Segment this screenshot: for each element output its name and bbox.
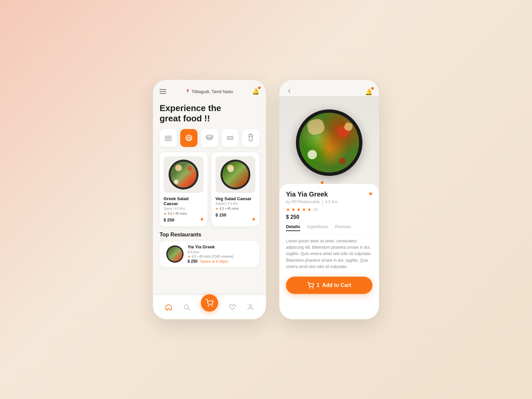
category-drink[interactable] <box>242 129 259 147</box>
cart-fab[interactable] <box>201 294 218 312</box>
category-sandwich[interactable] <box>201 129 218 147</box>
detail-tabs: Details Ingrediants Reviews <box>286 224 372 234</box>
detail-by: by RR Restaurants | 4.5 Km <box>286 200 372 204</box>
category-salad[interactable] <box>180 129 198 147</box>
hero-title: Experience the great food !! <box>160 103 259 124</box>
star-icon: ★ <box>164 212 167 215</box>
star-1: ★ <box>286 207 290 212</box>
location-wrapper: 📍 Titttagudi, Tamil Nadu <box>185 89 233 94</box>
pin-icon: 📍 <box>185 89 190 94</box>
tab-details[interactable]: Details <box>286 224 300 231</box>
food-card-name-greek: Greek Salad Caesar <box>164 196 203 206</box>
add-to-cart-label: Add to Cart <box>322 282 351 288</box>
rating-text-greek: 4.5 • 45 mins <box>168 212 187 215</box>
category-hotdog[interactable] <box>221 129 239 147</box>
top-restaurants-title: Top Restaurants <box>153 232 266 241</box>
restaurant-rating-text: 4.5 • 45 mins (2345 reviews) <box>192 255 233 258</box>
restaurant-rating-row: ★ 4.5 • 45 mins (2345 reviews) <box>188 255 253 258</box>
menu-button[interactable] <box>160 89 166 94</box>
screen-home: 📍 Titttagudi, Tamil Nadu 🔔 Experience th… <box>153 80 266 319</box>
back-button[interactable] <box>286 88 293 96</box>
hero-section: Experience the great food !! <box>153 99 266 129</box>
restaurant-opens: Opens at 9.30pm <box>200 259 228 263</box>
svg-point-8 <box>310 288 310 288</box>
detail-price: $ 250 <box>286 214 372 220</box>
nav-search[interactable] <box>183 304 190 311</box>
food-card-veg[interactable]: Veg Salad Caesar Sweet | 4.5 Km ★ 4.5 • … <box>211 152 259 226</box>
food-card-name-veg: Veg Salad Caesar <box>215 196 255 201</box>
star-3: ★ <box>297 207 301 212</box>
detail-notification-badge <box>371 87 374 90</box>
food-card-rating-greek: ★ 4.5 • 45 mins <box>164 212 203 215</box>
food-card-price-greek: $ 250 <box>164 217 203 222</box>
notification-button[interactable]: 🔔 <box>252 88 259 95</box>
favorite-button-veg[interactable]: ♥ <box>252 216 256 222</box>
restaurant-item[interactable]: Yia Yia Greek 4.5 Km ★ 4.5 • 45 mins (23… <box>160 241 259 267</box>
svg-line-4 <box>188 309 190 310</box>
restaurant-info: Yia Yia Greek 4.5 Km ★ 4.5 • 45 mins (23… <box>188 244 253 264</box>
cart-icon <box>307 282 314 289</box>
categories-row <box>153 129 266 152</box>
detail-header: 🔔 <box>279 80 379 96</box>
star-5: ★ <box>307 207 312 212</box>
screen2-inner: 🔔 <box>279 80 379 319</box>
add-to-cart-button[interactable]: 1 Add to Cart <box>286 277 372 294</box>
svg-point-7 <box>249 305 251 307</box>
detail-title: Yia Yia Greek <box>286 191 328 198</box>
dot-4 <box>335 181 337 184</box>
detail-stars: ★ ★ ★ ★ ★ (5) <box>286 207 372 212</box>
food-bowl-greek <box>169 160 199 190</box>
review-count: (5) <box>313 207 318 211</box>
cart-qty: 1 <box>317 282 320 288</box>
detail-title-row: Yia Yia Greek ♥ <box>286 191 372 198</box>
food-cards-row: Greek Salad Caesar Spice | 4.5 Km ★ 4.5 … <box>153 152 266 232</box>
bottom-nav <box>153 295 266 319</box>
detail-favorite-button[interactable]: ♥ <box>369 191 372 198</box>
dot-2 <box>326 181 328 184</box>
rating-text-veg: 4.5 • 45 mins <box>219 207 239 210</box>
detail-content: Yia Yia Greek ♥ by RR Restaurants | 4.5 … <box>279 184 379 319</box>
star-2: ★ <box>291 207 296 212</box>
star-icon-rest: ★ <box>188 255 191 258</box>
screen-detail: 🔔 <box>279 80 379 319</box>
star-4: ★ <box>302 207 306 212</box>
restaurant-name: Yia Yia Greek <box>188 244 253 249</box>
detail-bowl <box>296 109 362 176</box>
food-card-rating-veg: ★ 4.5 • 45 mins <box>215 207 255 210</box>
star-icon-veg: ★ <box>215 207 218 210</box>
tab-reviews[interactable]: Reviews <box>335 224 351 231</box>
food-card-sub-greek: Spice | 4.5 Km <box>164 207 203 210</box>
home-header: 📍 Titttagudi, Tamil Nadu 🔔 <box>153 80 266 99</box>
bowl-topping-2 <box>308 150 317 159</box>
tab-ingredients[interactable]: Ingrediants <box>307 224 328 231</box>
restaurant-image <box>166 245 184 263</box>
notification-badge <box>258 86 261 89</box>
food-card-price-veg: $ 150 <box>215 212 255 217</box>
nav-favorites[interactable] <box>229 304 236 311</box>
restaurant-distance: 4.5 Km <box>188 250 253 254</box>
detail-notification-button[interactable]: 🔔 <box>365 88 372 96</box>
food-card-greek[interactable]: Greek Salad Caesar Spice | 4.5 Km ★ 4.5 … <box>160 152 207 226</box>
screens-container: 📍 Titttagudi, Tamil Nadu 🔔 Experience th… <box>153 80 379 319</box>
category-burger[interactable] <box>160 129 177 147</box>
dot-1 <box>321 181 324 184</box>
svg-point-1 <box>206 135 213 138</box>
food-card-sub-veg: Sweet | 4.5 Km <box>215 202 255 205</box>
restaurant-price-row: $ 250 Opens at 9.30pm <box>188 259 253 264</box>
food-card-img-veg <box>215 156 255 193</box>
image-dots <box>321 181 337 184</box>
svg-point-5 <box>208 306 209 306</box>
detail-description: Lorem ipsum dolor sit amet, consectetur … <box>286 238 372 270</box>
svg-point-9 <box>313 288 313 288</box>
svg-point-6 <box>212 306 212 306</box>
location-text: Titttagudi, Tamil Nadu <box>192 89 233 94</box>
food-bowl-veg <box>220 160 250 190</box>
detail-food-image <box>279 96 379 189</box>
nav-profile[interactable] <box>247 304 254 311</box>
svg-point-0 <box>186 135 192 141</box>
dot-3 <box>330 181 333 184</box>
favorite-button-greek[interactable]: ♥ <box>200 216 204 222</box>
nav-home[interactable] <box>165 304 172 311</box>
restaurant-price: $ 250 <box>188 259 198 264</box>
food-card-img-greek <box>164 156 203 193</box>
